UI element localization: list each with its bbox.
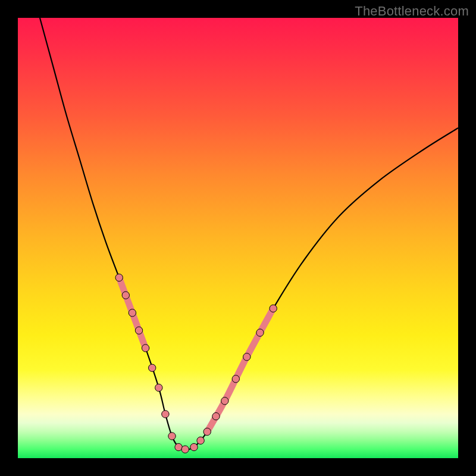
highlight-points	[115, 274, 277, 453]
highlight-point	[129, 309, 136, 317]
highlight-point	[181, 446, 189, 453]
highlight-point	[256, 329, 264, 336]
highlight-point	[232, 375, 239, 383]
chart-frame: TheBottleneck.com	[0, 0, 476, 476]
highlight-point	[243, 353, 250, 361]
watermark-text: TheBottleneck.com	[355, 4, 469, 19]
highlight-point	[212, 413, 220, 420]
curve-group	[40, 18, 458, 453]
highlight-point	[175, 443, 182, 450]
highlight-point	[142, 345, 149, 352]
chart-svg	[18, 18, 458, 458]
highlight-point	[197, 437, 204, 444]
highlight-point	[135, 327, 142, 334]
highlight-point	[270, 305, 277, 312]
highlight-point	[115, 274, 123, 281]
chart-plot-area	[18, 18, 458, 458]
highlight-point	[155, 384, 162, 391]
highlight-point	[168, 433, 176, 440]
highlight-point	[190, 443, 198, 450]
bottleneck-curve	[40, 18, 458, 449]
highlight-point	[122, 292, 129, 299]
highlight-point	[221, 397, 228, 405]
highlight-point	[162, 411, 169, 418]
highlight-point	[203, 428, 211, 435]
highlight-point	[149, 364, 156, 371]
